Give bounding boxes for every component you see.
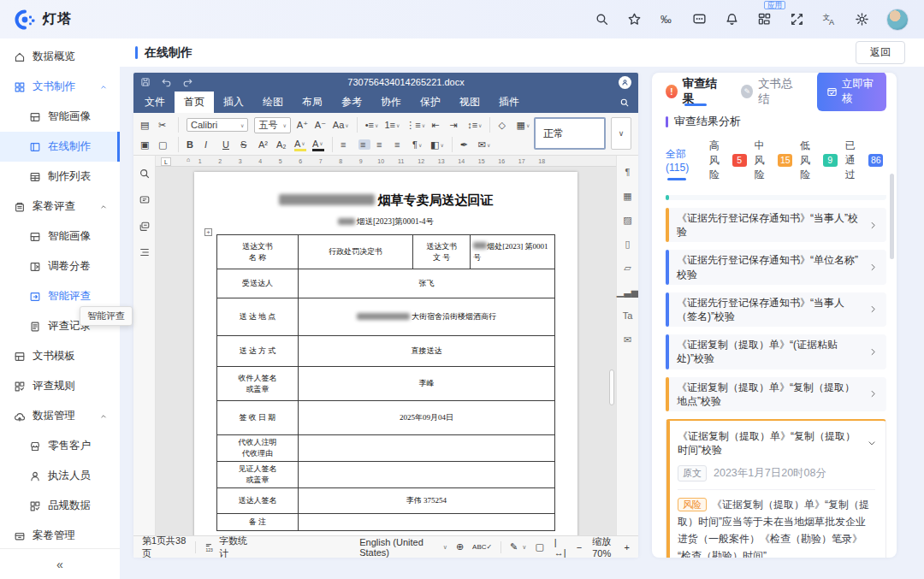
align-left-button[interactable]: ≡ [341, 139, 352, 150]
review-tab-results[interactable]: !审查结果 [666, 73, 722, 110]
table-value-cell[interactable] [298, 514, 554, 531]
sidebar-item-case-review[interactable]: 案卷评查 [0, 192, 120, 222]
ruler[interactable]: L ⌂ 123456789101112131415161718 [156, 156, 616, 167]
editor-tab-绘图[interactable]: 绘图 [253, 92, 293, 113]
outline-icon[interactable] [139, 247, 151, 257]
review-item[interactable]: 《证据先行登记保存通知书》“当事人（签名)”校验 [666, 292, 886, 327]
editor-account-icon[interactable] [619, 76, 631, 89]
table-value-cell[interactable]: 李峰 [298, 367, 554, 401]
table-icon[interactable]: ▦ [623, 192, 631, 201]
table-label-cell[interactable]: 送达人签名 [217, 488, 299, 514]
user-avatar[interactable] [886, 9, 909, 31]
comments-list-icon[interactable] [139, 221, 151, 233]
spellcheck-icon[interactable]: ABC✓ [472, 543, 492, 551]
editor-tab-参考[interactable]: 参考 [332, 92, 371, 113]
editor-tab-首页[interactable]: 首页 [175, 92, 214, 113]
select-button[interactable]: ▢ [158, 139, 170, 151]
align-right-button[interactable]: ≡ [376, 139, 388, 150]
editor-tab-视图[interactable]: 视图 [450, 92, 489, 113]
editor-tab-文件[interactable]: 文件 [135, 92, 175, 113]
filter-0[interactable]: 全部 (115) [666, 147, 702, 174]
grow-font-button[interactable]: A⁺ [297, 120, 309, 131]
table-value-cell[interactable]: 2025年09月04日 [298, 401, 554, 435]
table-label-cell[interactable]: 收件人签名 或盖章 [217, 367, 299, 401]
filter-3[interactable]: 低风险9 [800, 139, 838, 182]
bell-icon[interactable] [724, 12, 739, 27]
fill-color-button[interactable]: ◧∨ [430, 139, 444, 151]
table-value-cell[interactable] [298, 435, 554, 462]
table-label-cell[interactable]: 送达文书 名 称 [217, 235, 299, 269]
table-label-cell[interactable]: 送 达 地 点 [217, 298, 299, 336]
editor-tab-插入[interactable]: 插入 [214, 92, 253, 113]
review-item[interactable]: 《证据先行登记保存通知书》“单位名称”校验 [666, 250, 886, 284]
ruler-corner[interactable]: L [161, 157, 171, 166]
search-icon[interactable] [594, 12, 609, 27]
table-handle-icon[interactable]: + [204, 228, 212, 236]
language-select[interactable]: English (United States)∨ [359, 537, 447, 558]
sidebar-item-volume-split[interactable]: 调卷分卷 [0, 251, 120, 281]
cut-button[interactable]: ✂ [158, 120, 170, 131]
strikethrough-button[interactable]: S [240, 139, 252, 150]
table-value-cell[interactable]: 李伟 375254 [298, 488, 554, 514]
style-select-dropdown[interactable]: ∨ [611, 117, 631, 150]
paragraph-mark-button[interactable]: ¶∨ [412, 139, 424, 150]
sidebar-item-law-officers[interactable]: 执法人员 [0, 461, 120, 491]
sidebar-item-online-create[interactable]: 在线制作 [0, 132, 120, 162]
mail-merge-button[interactable]: ✉∨ [478, 139, 491, 151]
filter-2[interactable]: 中风险15 [755, 139, 792, 182]
filter-1[interactable]: 高风险5 [709, 139, 747, 182]
comment-icon[interactable] [139, 194, 151, 206]
settings-icon[interactable] [854, 12, 869, 27]
sidebar-item-retail-customers[interactable]: 零售客户 [0, 431, 120, 461]
sidebar-item-spec-data[interactable]: 品规数据 [0, 491, 120, 521]
shading-button[interactable]: ▦∨ [516, 120, 530, 131]
highlight-button[interactable]: A∨ [294, 139, 306, 151]
apps-icon[interactable]: 应用 [756, 12, 772, 27]
text-art-icon[interactable]: Ta [623, 311, 633, 321]
star-icon[interactable] [626, 12, 642, 27]
justify-button[interactable]: ≡ [394, 139, 406, 150]
zoom-in-button[interactable]: + [625, 542, 630, 552]
audit-now-button[interactable]: 立即审核 [817, 73, 886, 111]
sidebar-collapse-button[interactable]: « [0, 548, 120, 579]
globe-icon[interactable]: ⊕ [456, 541, 464, 552]
review-item[interactable]: 《证据复制（提取）单》“(证据粘贴处)”校验 [666, 334, 886, 369]
review-item-header[interactable]: 《证据复制（提取）单》“复制（提取）时间”校验 [666, 421, 886, 464]
review-item[interactable]: 《证据复制（提取）单》“复制（提取）地点”校验 [666, 377, 886, 411]
editor-tab-保护[interactable]: 保护 [411, 92, 450, 113]
superscript-button[interactable]: A² [258, 139, 270, 150]
sidebar-item-data-overview[interactable]: 数据概览 [0, 42, 120, 72]
editor-search-icon[interactable] [619, 97, 630, 108]
page-icon[interactable]: ▯ [625, 239, 630, 249]
document-number[interactable]: 烟送[2023]第0001-4号 [216, 216, 555, 227]
editor-tab-插件[interactable]: 插件 [489, 92, 529, 113]
table-label-cell[interactable]: 签 收 日 期 [217, 401, 299, 435]
table-label-cell[interactable]: 受送达人 [217, 269, 299, 298]
fit-page-icon[interactable]: ▢ [535, 541, 543, 552]
font-color-button[interactable]: A∨ [312, 139, 324, 151]
table-value-cell[interactable]: 行政处罚决定书 [298, 235, 412, 269]
editor-tab-布局[interactable]: 布局 [293, 92, 332, 113]
document-title[interactable]: 烟草专卖局送达回证 [216, 192, 555, 209]
table-value-cell[interactable] [298, 462, 554, 488]
sidebar-item-smart-portrait-2[interactable]: 智能画像 [0, 222, 120, 251]
editor-canvas[interactable]: L ⌂ 123456789101112131415161718 烟草专卖局送达回… [156, 156, 616, 535]
style-select[interactable]: 正常 [534, 117, 606, 150]
rate-icon[interactable]: ‰ [659, 12, 674, 27]
zoom-out-button[interactable]: − [577, 542, 582, 552]
align-center-button[interactable]: ≡ [358, 139, 370, 150]
undo-icon[interactable] [161, 78, 172, 87]
document-page[interactable]: 烟草专卖局送达回证 烟送[2023]第0001-4号 + 送达文书 名 称行政处… [194, 172, 578, 535]
review-item-partial[interactable] [666, 195, 886, 200]
translate-icon[interactable]: 文A [821, 12, 837, 27]
table-label-cell[interactable]: 送达文书 文 号 [413, 235, 471, 269]
image-icon[interactable]: ▨ [623, 216, 631, 225]
shrink-font-button[interactable]: A⁻ [315, 120, 327, 131]
font-size-select[interactable]: 五号∨ [254, 117, 290, 133]
mail-icon[interactable]: ✉ [624, 335, 631, 345]
outdent-button[interactable]: ⇤ [431, 120, 443, 131]
chart-icon[interactable]: ▁▃▅ [617, 287, 638, 297]
edit-mode-button[interactable]: ✎∨ [510, 541, 526, 552]
sidebar-item-smart-portrait[interactable]: 智能画像 [0, 102, 120, 132]
sidebar-item-check-rules[interactable]: 评查规则 [0, 371, 120, 401]
